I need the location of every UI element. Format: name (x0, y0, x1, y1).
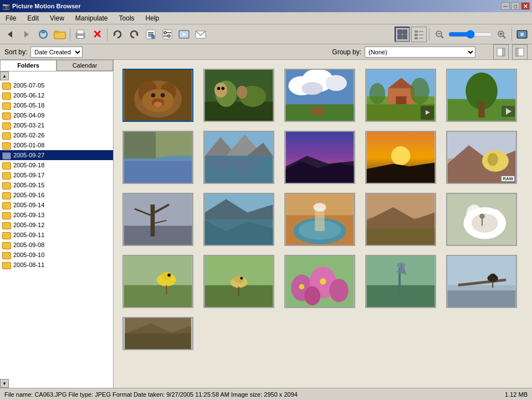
forward-button[interactable] (19, 27, 34, 42)
folder-label: 2005-09-13 (13, 212, 44, 218)
svg-point-142 (472, 213, 498, 233)
back-button[interactable] (2, 27, 18, 42)
svg-point-143 (479, 213, 485, 219)
menu-manipulate[interactable]: Manipulate (72, 13, 111, 23)
photo-thumb-12[interactable] (203, 193, 274, 246)
folder-item-2005-09-13[interactable]: 2005-09-13 (0, 210, 113, 220)
folder-item-2005-09-17[interactable]: 2005-09-17 (0, 170, 113, 180)
folder-item-2005-07-05[interactable]: 2005-07-05 (0, 80, 113, 90)
panel-toggle-2[interactable] (512, 44, 528, 60)
photo-thumb-3[interactable] (284, 69, 355, 122)
photo-thumb-8[interactable] (284, 131, 355, 184)
folder-item-2005-09-10[interactable]: 2005-09-10 (0, 250, 113, 260)
svg-rect-30 (415, 30, 418, 33)
menu-view[interactable]: View (47, 13, 68, 23)
folder-item-2005-01-08[interactable]: 2005-01-08 (0, 140, 113, 150)
photo-thumb-1[interactable] (122, 69, 193, 122)
folder-icon (2, 181, 11, 189)
folder-item-2005-05-18[interactable]: 2005-05-18 (0, 100, 113, 110)
folder-item-2005-03-21[interactable]: 2005-03-21 (0, 120, 113, 130)
photo-thumb-9[interactable] (365, 131, 436, 184)
close-button[interactable]: ✕ (521, 2, 530, 10)
email-button[interactable] (193, 27, 208, 42)
svg-point-164 (299, 284, 305, 290)
panel-toggle-1[interactable] (493, 44, 509, 60)
folder-item-2005-02-26[interactable]: 2005-02-26 (0, 130, 113, 140)
rotate-left-button[interactable] (110, 27, 125, 42)
folder-icon (2, 151, 11, 159)
photo-thumb-21[interactable] (122, 317, 193, 350)
svg-rect-78 (396, 96, 406, 104)
photo-thumb-19[interactable] (365, 255, 436, 308)
filter-bar: Sort by: Date Created File Name File Siz… (0, 44, 532, 60)
folder-label: 2005-09-18 (13, 162, 44, 168)
adjust-button[interactable] (160, 27, 175, 42)
folder-label: 2005-09-10 (13, 252, 44, 258)
group-select[interactable]: (None) Date Folder Rating (365, 47, 475, 58)
folder-item-2005-09-16[interactable]: 2005-09-16 (0, 190, 113, 200)
photo-thumb-10[interactable]: RAW (446, 131, 517, 184)
photo-thumb-11[interactable] (122, 193, 193, 246)
slideshow-button[interactable] (176, 27, 192, 42)
folder-item-2005-04-09[interactable]: 2005-04-09 (0, 110, 113, 120)
folder-item-2005-09-08[interactable]: 2005-09-08 (0, 240, 113, 250)
edit-button[interactable] (143, 27, 158, 42)
delete-button[interactable]: ✕ (89, 27, 105, 42)
folder-item-2005-09-14[interactable]: 2005-09-14 (0, 200, 113, 210)
svg-point-162 (304, 286, 320, 306)
svg-rect-26 (398, 30, 402, 34)
folder-item-2005-08-11[interactable]: 2005-08-11 (0, 260, 113, 270)
maximize-button[interactable]: □ (511, 2, 520, 10)
minimize-button[interactable]: ─ (501, 2, 510, 10)
photo-thumb-2[interactable] (203, 69, 274, 122)
sidebar-scroll-down[interactable]: ▼ (0, 379, 9, 388)
refresh-button[interactable] (35, 27, 51, 42)
folder-label: 2005-04-09 (13, 112, 44, 119)
grid-view-button[interactable] (395, 27, 410, 42)
folder-item-2005-09-11[interactable]: 2005-09-11 (0, 230, 113, 240)
svg-point-156 (240, 277, 243, 280)
tab-calendar[interactable]: Calendar (57, 60, 113, 71)
svg-rect-28 (398, 35, 402, 39)
photo-thumb-5[interactable] (446, 69, 517, 122)
photo-thumb-20[interactable] (446, 255, 517, 308)
zoom-slider[interactable] (448, 30, 493, 39)
folder-item-2005-09-12[interactable]: 2005-09-12 (0, 220, 113, 230)
folder-item-2005-06-12[interactable]: 2005-06-12 (0, 90, 113, 100)
zoom-out-button[interactable] (432, 27, 447, 42)
photo-thumb-7[interactable] (203, 131, 274, 184)
menu-help[interactable]: Help (142, 13, 163, 23)
folder-item-2005-09-27[interactable]: 2005-09-27 (0, 150, 113, 160)
photo-thumb-16[interactable] (122, 255, 193, 308)
zoom-in-button[interactable] (494, 27, 509, 42)
sort-select[interactable]: Date Created File Name File Size Date Mo… (30, 47, 83, 58)
folder-icon (2, 241, 11, 249)
fullscreen-button[interactable] (514, 27, 530, 42)
content-area[interactable]: RAW (114, 60, 532, 388)
photo-thumb-6[interactable] (122, 131, 193, 184)
svg-point-55 (151, 93, 156, 98)
folder-button[interactable] (52, 27, 68, 42)
folder-item-2005-09-18[interactable]: 2005-09-18 (0, 160, 113, 170)
sidebar-scroll-up[interactable]: ▲ (0, 71, 9, 80)
menu-file[interactable]: File (2, 13, 19, 23)
menu-tools[interactable]: Tools (116, 13, 138, 23)
photo-thumb-13[interactable] (284, 193, 355, 246)
photo-thumb-15[interactable] (446, 193, 517, 246)
svg-rect-88 (478, 102, 485, 118)
list-view-button[interactable] (411, 27, 427, 42)
svg-rect-118 (124, 226, 192, 245)
folder-label: 2005-08-11 (13, 261, 44, 268)
folder-icon (2, 221, 11, 229)
photo-thumb-18[interactable] (284, 255, 355, 308)
photo-thumb-14[interactable] (365, 193, 436, 246)
photo-thumb-17[interactable] (203, 255, 274, 308)
menu-edit[interactable]: Edit (24, 13, 42, 23)
print-button[interactable] (73, 27, 88, 42)
photo-thumb-4[interactable] (365, 69, 436, 122)
folder-icon (2, 111, 11, 119)
toolbar-separator-4 (511, 28, 512, 41)
folder-item-2005-09-15[interactable]: 2005-09-15 (0, 180, 113, 190)
rotate-right-button[interactable] (126, 27, 142, 42)
tab-folders[interactable]: Folders (0, 60, 57, 71)
